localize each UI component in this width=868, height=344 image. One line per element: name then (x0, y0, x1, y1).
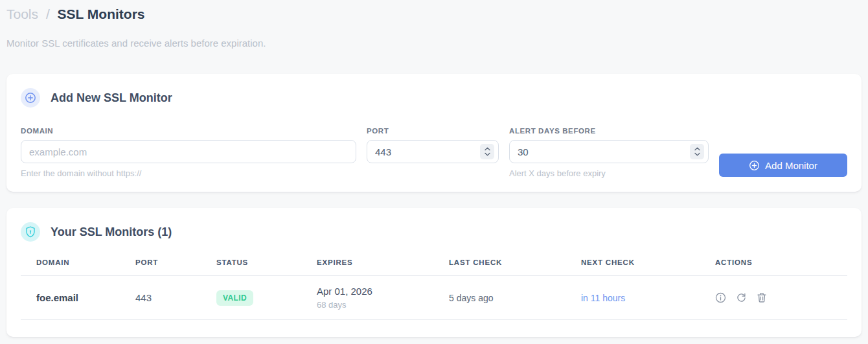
domain-label: DOMAIN (21, 127, 356, 135)
chevron-up-icon (694, 147, 700, 151)
info-button[interactable] (715, 292, 726, 303)
domain-field-group: DOMAIN Enter the domain without https:// (21, 127, 356, 178)
monitor-port: 443 (135, 276, 216, 320)
table-row: foe.email 443 VALID Apr 01, 2026 68 days… (21, 276, 847, 320)
refresh-icon (736, 292, 747, 303)
add-monitor-form: DOMAIN Enter the domain without https://… (21, 127, 847, 178)
ssl-monitors-page: Tools / SSL Monitors Monitor SSL certifi… (0, 0, 868, 337)
row-actions (715, 292, 847, 303)
breadcrumb: Tools / SSL Monitors (6, 5, 862, 23)
monitor-expires-date: Apr 01, 2026 (317, 286, 449, 297)
delete-button[interactable] (757, 292, 767, 303)
monitors-card: Your SSL Monitors (1) DOMAIN PORT STATUS… (6, 208, 862, 337)
chevron-down-icon (485, 152, 490, 156)
col-header-domain: DOMAIN (21, 258, 135, 276)
plus-circle-icon (749, 160, 760, 171)
alert-days-label: ALERT DAYS BEFORE (509, 127, 709, 135)
domain-input[interactable] (21, 140, 356, 163)
col-header-port: PORT (135, 258, 216, 276)
monitors-table: DOMAIN PORT STATUS EXPIRES LAST CHECK NE… (21, 258, 847, 320)
chevron-up-icon (485, 147, 490, 151)
alert-days-input[interactable] (509, 140, 709, 163)
page-title: SSL Monitors (58, 6, 145, 21)
trash-icon (757, 292, 767, 303)
col-header-last-check: LAST CHECK (449, 258, 581, 276)
shield-icon (21, 222, 40, 242)
monitor-next-check: in 11 hours (581, 276, 715, 320)
chevron-down-icon (694, 152, 700, 156)
port-field-group: PORT (367, 127, 499, 163)
domain-helper-text: Enter the domain without https:// (21, 168, 356, 178)
monitor-expires-in: 68 days (317, 300, 449, 310)
alert-days-stepper[interactable] (690, 144, 704, 159)
col-header-next-check: NEXT CHECK (581, 258, 715, 276)
monitors-card-title: Your SSL Monitors (1) (51, 225, 172, 239)
monitor-last-check: 5 days ago (449, 276, 581, 320)
col-header-expires: EXPIRES (317, 258, 449, 276)
monitors-card-header: Your SSL Monitors (1) (21, 222, 847, 242)
port-input[interactable] (367, 140, 499, 163)
monitor-domain: foe.email (21, 276, 135, 320)
port-label: PORT (367, 127, 499, 135)
breadcrumb-separator: / (46, 6, 50, 21)
alert-days-helper-text: Alert X days before expiry (509, 168, 709, 178)
breadcrumb-tools-link[interactable]: Tools (6, 6, 38, 21)
add-monitor-button-label: Add Monitor (765, 160, 817, 171)
refresh-button[interactable] (736, 292, 747, 303)
port-stepper[interactable] (480, 144, 494, 159)
add-monitor-card-title: Add New SSL Monitor (51, 91, 172, 105)
col-header-status: STATUS (216, 258, 317, 276)
status-badge: VALID (216, 290, 253, 306)
page-subtitle: Monitor SSL certificates and receive ale… (6, 38, 862, 49)
info-icon (715, 292, 726, 303)
alert-days-field-group: ALERT DAYS BEFORE Alert X days before ex… (509, 127, 709, 178)
col-header-actions: ACTIONS (715, 258, 847, 276)
add-monitor-card-header: Add New SSL Monitor (21, 88, 847, 108)
monitors-table-header-row: DOMAIN PORT STATUS EXPIRES LAST CHECK NE… (21, 258, 847, 276)
plus-circle-icon (21, 88, 40, 108)
add-monitor-card: Add New SSL Monitor DOMAIN Enter the dom… (6, 74, 862, 192)
add-monitor-button[interactable]: Add Monitor (719, 154, 847, 177)
